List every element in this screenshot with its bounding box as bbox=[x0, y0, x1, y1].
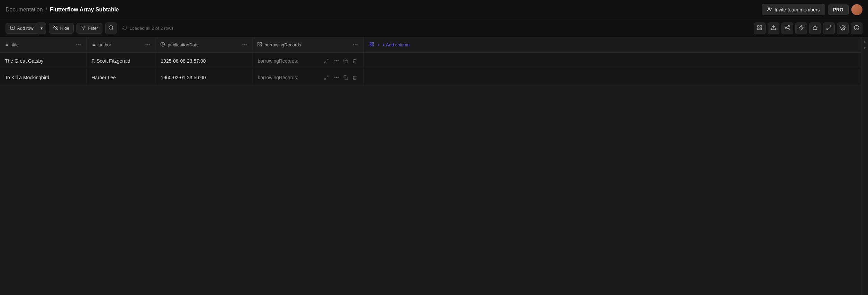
invite-team-button[interactable]: Invite team members bbox=[762, 4, 825, 15]
caret-down-icon: ▾ bbox=[40, 26, 43, 31]
row-expand-btn-0[interactable] bbox=[323, 57, 330, 65]
add-column-header: + Add column bbox=[363, 37, 861, 53]
svg-line-23 bbox=[827, 28, 829, 30]
row-expand-btn-1[interactable] bbox=[323, 74, 330, 81]
data-table: title ••• bbox=[0, 37, 861, 86]
filter-button[interactable]: Filter bbox=[76, 23, 102, 34]
svg-marker-7 bbox=[82, 26, 86, 30]
cell-date-0: 1925-08-08 23:57:00 bbox=[156, 53, 253, 69]
svg-point-16 bbox=[785, 27, 787, 28]
hide-icon bbox=[53, 25, 58, 31]
grid-view-button[interactable] bbox=[754, 23, 766, 34]
dots-icon-1: ••• bbox=[334, 75, 339, 80]
svg-rect-10 bbox=[758, 26, 759, 27]
cell-date-1: 1960-02-01 23:56:00 bbox=[156, 69, 253, 86]
export-button[interactable] bbox=[768, 23, 779, 34]
add-row-button[interactable]: Add row bbox=[6, 23, 38, 34]
col-date-more[interactable]: ••• bbox=[241, 41, 248, 49]
share-icon bbox=[785, 25, 790, 32]
filter-icon bbox=[81, 25, 86, 31]
column-header-date: publicationDate ••• bbox=[156, 37, 253, 53]
star-button[interactable] bbox=[809, 23, 821, 34]
add-row-label: Add row bbox=[17, 26, 34, 31]
row-dots-btn-1[interactable]: ••• bbox=[333, 73, 341, 81]
svg-point-17 bbox=[788, 29, 789, 30]
search-button[interactable] bbox=[105, 23, 117, 34]
svg-rect-48 bbox=[370, 45, 371, 46]
gear-icon bbox=[840, 25, 846, 32]
svg-marker-21 bbox=[813, 25, 817, 30]
svg-line-51 bbox=[327, 59, 328, 60]
svg-point-0 bbox=[768, 7, 770, 9]
col-author-more[interactable]: ••• bbox=[144, 41, 152, 49]
breadcrumb-parent-link[interactable]: Documentation bbox=[6, 7, 43, 13]
share-button[interactable] bbox=[781, 23, 793, 34]
info-button[interactable] bbox=[851, 23, 862, 34]
status-label: Loaded all 2 of 2 rows bbox=[129, 26, 173, 31]
col-title-more[interactable]: ••• bbox=[75, 41, 82, 49]
scroll-down-button[interactable]: ▼ bbox=[862, 45, 867, 51]
header-right: Invite team members PRO bbox=[762, 4, 862, 15]
hide-label: Hide bbox=[60, 26, 70, 31]
cell-extra-1 bbox=[363, 69, 861, 86]
row-copy-btn-0[interactable] bbox=[342, 57, 350, 65]
info-icon bbox=[854, 25, 859, 32]
col-borrowing-label: borrowingRecords bbox=[265, 42, 301, 47]
cell-borrowing-1: borrowingRecords: ••• bbox=[253, 69, 363, 86]
status-text: Loaded all 2 of 2 rows bbox=[123, 25, 173, 31]
svg-line-52 bbox=[324, 61, 326, 63]
hide-button[interactable]: Hide bbox=[49, 23, 74, 34]
svg-rect-45 bbox=[370, 43, 371, 44]
scroll-nav: ▲ ▼ bbox=[861, 37, 868, 295]
row-copy-btn-1[interactable] bbox=[342, 74, 350, 81]
toolbar-right-actions bbox=[754, 23, 862, 34]
breadcrumb: Documentation / Flutterflow Array Subtab… bbox=[6, 7, 119, 13]
svg-line-18 bbox=[787, 28, 788, 29]
svg-line-19 bbox=[787, 26, 788, 27]
svg-rect-13 bbox=[758, 28, 759, 30]
svg-rect-12 bbox=[760, 28, 762, 30]
avatar-image bbox=[851, 4, 862, 15]
toolbar: Add row ▾ Hide Filter bbox=[0, 19, 868, 37]
borrowing-text-1: borrowingRecords: bbox=[258, 75, 320, 80]
table-container: title ••• bbox=[0, 37, 868, 295]
lightning-button[interactable] bbox=[795, 23, 807, 34]
add-row-icon bbox=[10, 25, 15, 31]
row-dots-btn-0[interactable]: ••• bbox=[333, 57, 341, 65]
add-row-dropdown-button[interactable]: ▾ bbox=[38, 23, 46, 34]
cell-author-0: F. Scott Fitzgerald bbox=[87, 53, 156, 69]
filter-label: Filter bbox=[88, 26, 98, 31]
svg-rect-56 bbox=[345, 77, 348, 80]
lightning-icon bbox=[798, 25, 804, 32]
svg-line-22 bbox=[829, 26, 831, 27]
avatar[interactable] bbox=[851, 4, 862, 15]
cell-title-1: To Kill a Mockingbird bbox=[0, 69, 87, 86]
col-author-label: author bbox=[99, 42, 111, 47]
cell-borrowing-0: borrowingRecords: ••• bbox=[253, 53, 363, 69]
cell-title-0: The Great Gatsby bbox=[0, 53, 87, 69]
resize-button[interactable] bbox=[823, 23, 835, 34]
svg-rect-42 bbox=[260, 43, 261, 44]
add-column-button[interactable]: + Add column bbox=[364, 38, 861, 51]
row-delete-btn-1[interactable] bbox=[351, 74, 359, 81]
col-borrowing-more[interactable]: ••• bbox=[352, 41, 359, 49]
settings-button[interactable] bbox=[837, 23, 849, 34]
row-delete-btn-0[interactable] bbox=[351, 57, 359, 65]
scroll-up-button[interactable]: ▲ bbox=[862, 39, 867, 44]
table-row: To Kill a Mockingbird Harper Lee 1960-02… bbox=[0, 69, 861, 86]
dots-icon-0: ••• bbox=[334, 58, 339, 63]
svg-rect-41 bbox=[257, 43, 259, 44]
svg-rect-11 bbox=[760, 26, 762, 27]
svg-rect-47 bbox=[372, 45, 373, 46]
invite-btn-label: Invite team members bbox=[775, 7, 820, 12]
svg-rect-53 bbox=[345, 60, 348, 63]
breadcrumb-separator: / bbox=[46, 7, 47, 13]
invite-icon bbox=[767, 6, 772, 13]
search-icon bbox=[108, 25, 114, 32]
cell-author-1: Harper Lee bbox=[87, 69, 156, 86]
column-header-borrowing: borrowingRecords ••• bbox=[253, 37, 363, 53]
author-col-icon bbox=[91, 42, 96, 48]
title-col-icon bbox=[4, 42, 9, 48]
table-main: title ••• bbox=[0, 37, 861, 295]
svg-rect-46 bbox=[372, 43, 373, 44]
